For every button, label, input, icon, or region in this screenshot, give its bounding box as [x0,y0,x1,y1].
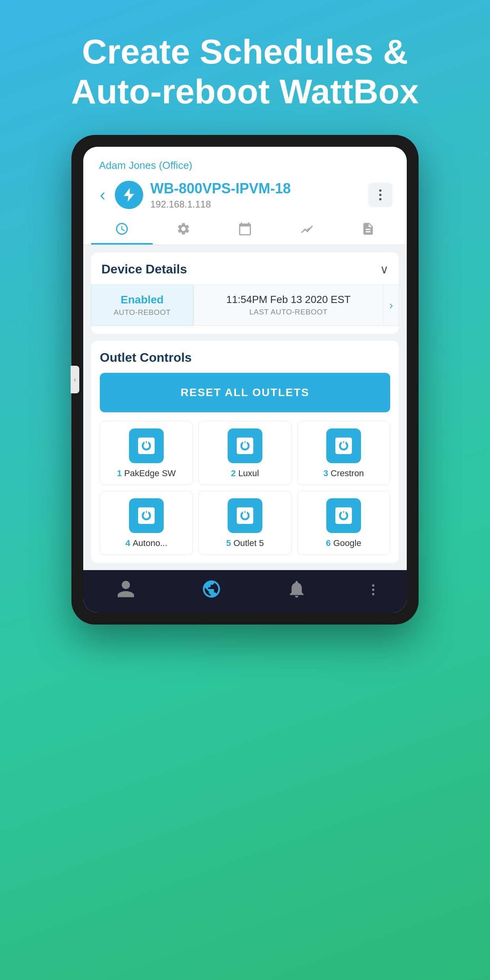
svg-rect-6 [144,511,146,514]
svg-rect-4 [342,441,343,444]
lightning-icon [121,187,137,203]
outlet-icon-2 [228,428,262,463]
outlet-plug-icon-4 [135,505,157,527]
outlet-card-2[interactable]: 2 Luxul [198,421,292,485]
breadcrumb-text: Adam Jones (Office) [99,159,193,171]
device-name: WB-800VPS-IPVM-18 [150,180,361,197]
tab-settings[interactable] [153,215,214,245]
sidebar-arrow-icon: ‹ [74,376,76,384]
outlet-icon-6 [326,498,361,533]
nav-bell[interactable] [286,579,307,601]
outlet-controls-title: Outlet Controls [100,350,390,365]
nav-more[interactable] [372,584,374,595]
svg-rect-8 [243,511,245,514]
auto-reboot-label: AUTO-REBOOT [98,308,187,317]
tab-activity[interactable] [276,215,337,245]
outlet-label-2: 2 Luxul [231,468,259,479]
outlets-grid: 1 PakEdge SW 2 Luxul [100,421,390,555]
gear-icon [176,222,191,236]
tab-notes[interactable] [337,215,399,245]
outlet-icon-3 [326,428,361,463]
content-area: Device Details ∨ Enabled AUTO-REBOOT 11:… [83,245,407,570]
calendar-icon [238,222,252,236]
profile-icon [116,579,136,599]
screen-top: Adam Jones (Office) ‹ WB-800VPS-IPVM-18 … [83,147,407,245]
bottom-nav [83,570,407,613]
svg-rect-10 [342,511,343,514]
outlet-card-5[interactable]: 5 Outlet 5 [198,491,292,555]
outlet-card-1[interactable]: 1 PakEdge SW [100,421,193,485]
svg-rect-5 [344,441,346,444]
auto-reboot-box: Enabled AUTO-REBOOT [91,284,193,326]
outlet-label-4: 4 Autono... [125,538,167,549]
outlet-num-4: 4 [125,538,133,548]
bell-icon [286,579,307,599]
promo-header: Create Schedules & Auto-reboot WattBox [0,0,490,135]
device-details-card: Device Details ∨ Enabled AUTO-REBOOT 11:… [91,252,399,334]
outlet-card-3[interactable]: 3 Crestron [297,421,390,485]
svg-rect-3 [245,441,247,444]
last-reboot-box: 11:54PM Feb 13 2020 EST LAST AUTO-REBOOT [193,284,384,326]
svg-rect-7 [147,511,148,514]
outlet-label-5: 5 Outlet 5 [226,538,264,549]
dot3 [379,198,382,200]
device-details-title: Device Details [101,262,187,277]
outlet-label-3: 3 Crestron [324,468,364,479]
device-header-row: ‹ WB-800VPS-IPVM-18 192.168.1.118 [83,172,407,215]
outlet-plug-icon-2 [234,435,256,457]
reset-all-outlets-button[interactable]: RESET ALL OUTLETS [100,373,390,412]
outlet-controls-card: Outlet Controls RESET ALL OUTLETS [91,341,399,563]
device-screen: Adam Jones (Office) ‹ WB-800VPS-IPVM-18 … [83,147,407,612]
outlet-num-5: 5 [226,538,233,548]
svg-rect-11 [344,511,346,514]
device-details-content: Enabled AUTO-REBOOT 11:54PM Feb 13 2020 … [91,284,399,326]
device-ip: 192.168.1.118 [150,199,361,210]
dot2 [379,194,382,196]
tab-dashboard[interactable] [91,215,153,245]
svg-rect-0 [144,441,146,444]
outlet-label-6: 6 Google [326,538,361,549]
chevron-down-icon: ∨ [380,262,389,276]
svg-rect-1 [147,441,148,444]
auto-reboot-value: Enabled [98,294,187,306]
outlet-num-3: 3 [324,468,331,478]
promo-title: Create Schedules & Auto-reboot WattBox [47,32,443,111]
outlet-icon-4 [129,498,164,533]
outlet-num-1: 1 [117,468,124,478]
outlet-plug-icon-6 [333,505,355,527]
dot1 [379,189,382,192]
outlet-plug-icon-1 [135,435,157,457]
details-arrow-box[interactable]: › [384,284,399,326]
more-options-button[interactable] [368,183,393,207]
svg-rect-9 [245,511,247,514]
back-button[interactable]: ‹ [97,185,108,204]
globe-icon [201,579,222,599]
last-reboot-value: 11:54PM Feb 13 2020 EST [200,294,377,306]
tab-schedule[interactable] [214,215,276,245]
outlet-plug-icon-5 [234,505,256,527]
breadcrumb: Adam Jones (Office) [83,147,407,172]
tab-bar [83,215,407,245]
nav-profile[interactable] [116,579,136,601]
notes-icon [361,222,375,236]
device-frame: ‹ Adam Jones (Office) ‹ WB-800VPS-IPVM-1… [71,135,419,624]
outlet-card-4[interactable]: 4 Autono... [100,491,193,555]
clock-icon [115,222,129,236]
sidebar-tab[interactable]: ‹ [71,366,79,393]
arrow-right-icon: › [389,299,393,312]
outlet-card-6[interactable]: 6 Google [297,491,390,555]
outlet-label-1: 1 PakEdge SW [117,468,176,479]
last-reboot-label: LAST AUTO-REBOOT [200,308,377,316]
outlet-num-6: 6 [326,538,333,548]
outlet-icon-1 [129,428,164,463]
device-icon [115,181,143,209]
device-details-header[interactable]: Device Details ∨ [91,252,399,284]
waveform-icon [299,222,314,236]
outlet-icon-5 [228,498,262,533]
device-title-block: WB-800VPS-IPVM-18 192.168.1.118 [150,180,361,210]
svg-rect-2 [243,441,245,444]
outlet-plug-icon-3 [333,435,355,457]
nav-globe[interactable] [201,579,222,601]
outlet-num-2: 2 [231,468,238,478]
